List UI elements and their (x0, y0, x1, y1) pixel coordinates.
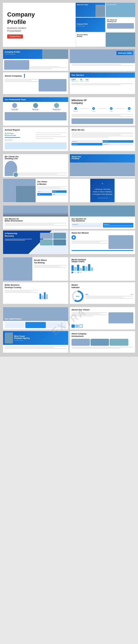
bb-bar-2 (42, 295, 43, 299)
slide-market-indicator[interactable]: Market Indicator 60% 60% 40% (70, 282, 135, 304)
vision-grid: Vision Mission Goal Value (37, 190, 67, 196)
row-1: Company Profile Professional Business (3, 49, 135, 71)
step-line-1 (80, 108, 89, 109)
market-title: Market Analysis Simple Charts (71, 259, 133, 263)
hero-thumb-5-title: Business Phone Mockup (77, 34, 88, 37)
bar-7 (88, 264, 90, 271)
grid-cell-1: Service 01 (71, 140, 102, 143)
stat-2-label: Projects (80, 80, 84, 82)
hero-thumb-6[interactable] (106, 33, 135, 47)
vision-title: Our Vision & Mission (37, 180, 67, 185)
slide-welcome[interactable]: Welcome Slide (70, 49, 135, 71)
hero-thumb-5[interactable]: Business Phone Mockup (76, 33, 105, 47)
team-title: Our Professional Team (5, 99, 67, 101)
slide-vision[interactable]: Our Vision & Mission Vision Mission Goal… (3, 178, 68, 202)
hero-left: Company Profile Business Modern Presenta… (3, 3, 76, 47)
step-1: 01 Milestone (71, 107, 80, 112)
slide-partnership[interactable]: A Partnership Discovery (3, 230, 68, 254)
main-container: Company Profile Business Modern Presenta… (3, 3, 135, 353)
bar-2 (74, 267, 76, 271)
steps-row: 01 Milestone 02 Growth 03 Vision (70, 106, 135, 113)
hero-thumb-4[interactable]: 80+ Clients Are Showing Love (106, 18, 135, 32)
latest-project-title: Our Latest Project (5, 318, 22, 320)
slide-solution[interactable]: Our Solution for Your Business Solution … (70, 205, 135, 229)
bar-4 (80, 268, 82, 271)
quote-text: A Business That Only Profits In Terms Of… (92, 188, 113, 196)
step-3-num: 03 (110, 107, 113, 110)
avatar-3 (54, 103, 59, 108)
slide-better-business[interactable]: Better Business Develops Country (3, 282, 68, 304)
solution-title: Our Solution for Your Business (71, 218, 133, 222)
hero-right: About Our Vision Our Latest Project Comp… (76, 3, 135, 47)
stat-3-label: Rating (86, 80, 89, 82)
slide-about-vision[interactable]: About Our Vision (70, 307, 135, 330)
step-4: 04 Future (125, 107, 133, 112)
profile-2: Rachel Lyon Vice President (26, 103, 46, 111)
slide-who-found[interactable]: Who Found Elephant Agency Company Founde… (3, 331, 68, 353)
service-title: Our Service (71, 74, 133, 76)
stats-row: 125+ Happy Clients 92 Projects 9.8 Ratin… (70, 78, 135, 83)
hero-thumb-3-title: Company Profile (77, 23, 88, 25)
stat-1-label: Happy Clients (71, 80, 78, 82)
team-people: Thomas Hart CEO / Founder Rachel Lyon Vi… (3, 102, 68, 112)
slide-company-profile[interactable]: Company Profile Professional Business (3, 49, 68, 71)
grid-cell-3: Service 03 (71, 143, 102, 145)
hero-title: Company Profile (7, 11, 71, 26)
bar-3 (77, 265, 79, 271)
bar-1 (71, 265, 74, 271)
slide-market-analysis[interactable]: Market Analysis Simple Charts 2023 (70, 257, 135, 281)
slide-clients[interactable]: 80+ Clients Are Showing Love (3, 154, 68, 177)
hero-thumb-2[interactable]: Our Latest Project (106, 3, 135, 17)
avatar-1 (12, 103, 17, 108)
hero-thumb-4-title: 80+ Clients Are Showing Love (107, 19, 117, 22)
slide-milestone[interactable]: Milestone Of Company 01 Milestone 02 Gro… (70, 97, 135, 126)
slide-company-achievement[interactable]: About Company Achievement (70, 331, 135, 353)
bar-5 (83, 266, 85, 271)
annual-title: Annual Report (5, 129, 67, 131)
better-biz-title: Better Business Develops Country (5, 284, 67, 289)
slide-annual-report[interactable]: Annual Report Top 5 FastestBusiness Euro… (3, 127, 68, 151)
bar-6 (85, 266, 87, 271)
slide-quote[interactable]: " A Business That Only Profits In Terms … (70, 178, 135, 202)
row-9: Decide Where You Belong Market Analysis … (3, 257, 135, 281)
row-10: Better Business Develops Country (3, 282, 135, 304)
row-2: About Company Our Service (3, 72, 135, 94)
slide-decide[interactable]: Decide Where You Belong (3, 257, 68, 281)
step-line-3 (116, 108, 124, 109)
bb-bar-1 (39, 294, 41, 299)
role-3: Head of Design (54, 110, 60, 111)
slide-latest-project[interactable]: Our Latest Project (3, 307, 68, 330)
grid-cell-4: Service 04 (103, 143, 134, 145)
slide-what-we-do[interactable]: What We Do Service 01 Service 02 Service… (70, 127, 135, 151)
hero-thumb-3[interactable]: Company Profile Business Profile (76, 18, 105, 32)
stat-2: 92 Projects (80, 79, 84, 82)
market-ind-title: Market Indicator (71, 284, 133, 289)
avatar-2 (33, 103, 38, 108)
profile-1: Thomas Hart CEO / Founder (5, 103, 25, 111)
decide-title: Decide Where You Belong (34, 259, 67, 264)
bar-8 (91, 267, 93, 271)
hero-section: Company Profile Business Modern Presenta… (3, 3, 135, 47)
slide-about-company[interactable]: About Company (3, 72, 68, 94)
bb-bar-3 (44, 292, 46, 299)
row-11: Our Latest Project About Our Vision (3, 307, 135, 330)
profile-3: Richard Jones Head of Design (47, 103, 67, 111)
about-title: About Company (5, 75, 22, 77)
row-8: A Partnership Discovery About Our Mi (3, 230, 135, 254)
stat-2-num: 92 (80, 79, 84, 80)
slide-our-service[interactable]: Our Service 125+ Happy Clients 92 Projec… (70, 72, 135, 94)
step-2: 02 Growth (89, 107, 98, 112)
row-12: Who Found Elephant Agency Company Founde… (3, 331, 135, 353)
achievement-title: About Company Achievement (71, 332, 133, 337)
partnership-title: A Partnership Discovery (5, 232, 39, 237)
slide-mission-env[interactable]: Our Mission for Better Environment (3, 205, 68, 229)
stat-1: 125+ Happy Clients (71, 79, 78, 82)
stat-1-num: 125+ (71, 79, 78, 80)
clients-title: 80+ Clients Are Showing Love (5, 156, 67, 159)
mission-env-title: Our Mission for Better Environment (5, 218, 67, 222)
bb-bar-4 (46, 294, 48, 299)
slide-portfolio[interactable]: About Our Portfolio (70, 154, 135, 177)
slide-team[interactable]: Our Professional Team Thomas Hart CEO / … (3, 97, 68, 126)
slide-about-mission[interactable]: About Our Mission (70, 230, 135, 254)
hero-thumb-1[interactable]: About Our Vision (76, 3, 105, 17)
